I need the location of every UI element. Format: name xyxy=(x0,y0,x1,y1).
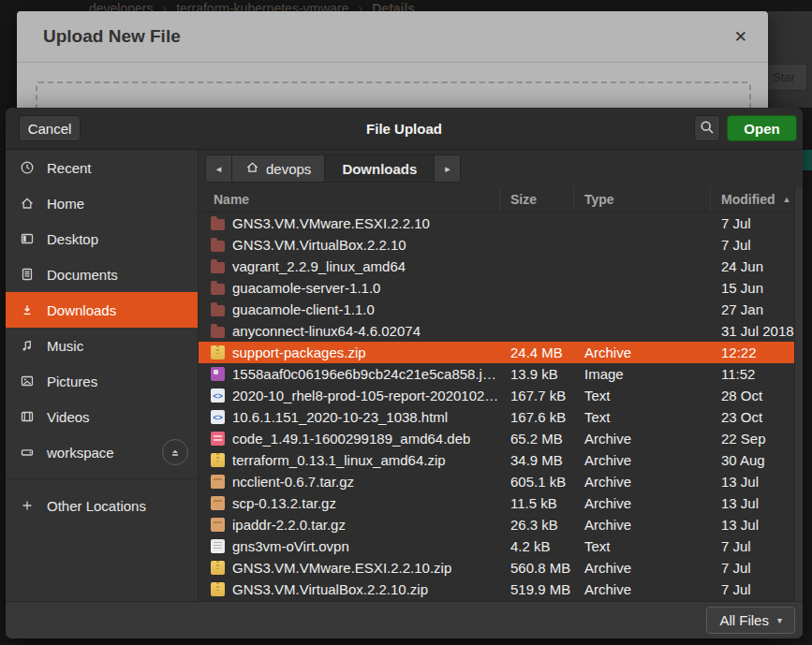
tar-file-icon xyxy=(211,518,225,532)
upload-dialog-titlebar: Upload New File ✕ xyxy=(17,11,768,63)
file-modified: 27 Jan xyxy=(711,301,803,317)
file-name: 1558aaf0c06196e6b9cb24c21e5ca858.jpeg xyxy=(232,366,500,382)
file-row[interactable]: GNS3.VM.VMware.ESXI.2.2.107 Jul xyxy=(199,213,803,234)
sidebar-item-label: Recent xyxy=(47,160,92,176)
path-segment-home[interactable]: devops xyxy=(232,155,325,182)
column-header-size[interactable]: Size xyxy=(500,187,574,212)
chooser-headerbar: Cancel File Upload Open xyxy=(6,108,803,150)
zip-file-icon xyxy=(211,345,225,359)
sidebar-item-label: Downloads xyxy=(47,302,116,318)
file-type: Image xyxy=(574,366,711,382)
file-size: 560.8 MB xyxy=(500,560,574,576)
file-type: Archive xyxy=(574,581,711,597)
file-row[interactable]: 1558aaf0c06196e6b9cb24c21e5ca858.jpeg13.… xyxy=(199,363,803,385)
path-back-button[interactable]: ◂ xyxy=(206,155,232,182)
background-page-fragment: Star xyxy=(768,11,812,108)
sidebar-item-documents[interactable]: Documents xyxy=(6,257,198,292)
sort-arrow-icon: ▲ xyxy=(783,195,791,204)
folder-file-icon xyxy=(211,305,225,316)
file-size: 605.1 kB xyxy=(500,474,574,490)
sidebar-item-desktop[interactable]: Desktop xyxy=(6,221,198,257)
sidebar-item-label: Other Locations xyxy=(47,498,146,514)
path-segment-current[interactable]: Downloads xyxy=(325,155,434,182)
document-icon xyxy=(20,267,35,282)
column-header-type[interactable]: Type xyxy=(574,187,711,212)
file-row[interactable]: code_1.49.1-1600299189_amd64.deb65.2 MBA… xyxy=(199,428,803,449)
pathbar: ◂ devops Downloads ▸ xyxy=(205,154,461,183)
deb-file-icon xyxy=(211,432,225,446)
sidebar-item-downloads[interactable]: Downloads xyxy=(6,292,198,328)
open-button[interactable]: Open xyxy=(727,115,797,141)
file-row[interactable]: guacamole-client-1.1.027 Jan xyxy=(199,299,803,320)
places-sidebar: RecentHomeDesktopDocumentsDownloadsMusic… xyxy=(6,150,199,601)
file-list: GNS3.VM.VMware.ESXI.2.2.107 JulGNS3.VM.V… xyxy=(199,213,803,601)
chevron-down-icon: ▾ xyxy=(777,615,782,625)
file-row[interactable]: support-packages.zip24.4 MBArchive12:22 xyxy=(199,342,803,363)
file-modified: 13 Jul xyxy=(711,517,803,533)
file-type: Archive xyxy=(574,344,711,360)
scrollbar[interactable] xyxy=(794,187,803,601)
file-name: vagrant_2.2.9_linux_amd64 xyxy=(232,258,406,274)
column-header-modified[interactable]: Modified ▲ xyxy=(711,187,803,212)
file-filter-dropdown[interactable]: All Files ▾ xyxy=(706,607,795,634)
file-modified: 7 Jul xyxy=(711,560,803,576)
file-size: 167.7 kB xyxy=(500,388,574,403)
file-row[interactable]: vagrant_2.2.9_linux_amd6424 Jun xyxy=(199,256,803,277)
sidebar-item-label: Home xyxy=(47,196,84,212)
tar-file-icon xyxy=(211,496,225,510)
file-modified: 12:22 xyxy=(711,344,803,360)
file-row[interactable]: ncclient-0.6.7.tar.gz605.1 kBArchive13 J… xyxy=(199,471,803,492)
zip-file-icon xyxy=(211,561,225,575)
file-row[interactable]: GNS3.VM.VirtualBox.2.2.10.zip519.9 MBArc… xyxy=(199,579,803,600)
path-forward-button[interactable]: ▸ xyxy=(434,155,460,182)
sidebar-item-other-locations[interactable]: Other Locations xyxy=(6,488,198,523)
zip-file-icon xyxy=(211,582,225,596)
html-file-icon: <> xyxy=(211,388,225,403)
zip-file-icon xyxy=(211,453,225,467)
file-row[interactable]: ipaddr-2.2.0.tar.gz26.3 kBArchive13 Jul xyxy=(199,514,803,535)
file-row[interactable]: GNS3.VM.VMware.ESXI.2.2.10.zip560.8 MBAr… xyxy=(199,557,803,579)
file-name: terraform_0.13.1_linux_amd64.zip xyxy=(232,452,446,468)
file-row[interactable]: GNS3.VM.VirtualBox.2.2.107 Jul xyxy=(199,234,803,256)
sidebar-item-label: Videos xyxy=(47,409,90,425)
sidebar-item-label: Music xyxy=(47,338,83,354)
eject-button[interactable] xyxy=(162,439,188,465)
file-browser-main: ◂ devops Downloads ▸ xyxy=(199,150,803,601)
plus-icon xyxy=(20,498,35,513)
column-header-name[interactable]: Name xyxy=(199,187,500,212)
file-type: Archive xyxy=(574,474,711,490)
filter-label: All Files xyxy=(719,612,769,628)
sidebar-item-home[interactable]: Home xyxy=(6,185,198,221)
file-name: scp-0.13.2.tar.gz xyxy=(232,495,336,511)
file-name: 2020-10_rhel8-prod-105-report-20201028..… xyxy=(232,388,500,403)
file-row[interactable]: anyconnect-linux64-4.6.0207431 Jul 2018 xyxy=(199,320,803,342)
file-row[interactable]: gns3vm-oVirt.ovpn4.2 kBText7 Jul xyxy=(199,535,803,557)
file-row[interactable]: <>2020-10_rhel8-prod-105-report-20201028… xyxy=(199,385,803,406)
file-row[interactable]: terraform_0.13.1_linux_amd64.zip34.9 MBA… xyxy=(199,449,803,471)
close-icon[interactable]: ✕ xyxy=(734,29,747,45)
sidebar-item-videos[interactable]: Videos xyxy=(6,399,198,434)
file-size: 4.2 kB xyxy=(500,538,574,554)
chooser-title: File Upload xyxy=(6,121,803,137)
file-modified: 30 Aug xyxy=(711,452,803,468)
search-button[interactable] xyxy=(694,115,720,141)
video-icon xyxy=(20,409,35,424)
cancel-button[interactable]: Cancel xyxy=(19,115,81,141)
file-type: Archive xyxy=(574,495,711,511)
sidebar-item-pictures[interactable]: Pictures xyxy=(6,363,198,399)
file-row[interactable]: guacamole-server-1.1.015 Jun xyxy=(199,277,803,299)
home-icon xyxy=(245,160,259,177)
folder-file-icon xyxy=(211,284,225,295)
desktop-icon xyxy=(20,231,35,246)
home-icon xyxy=(20,196,35,211)
file-row[interactable]: scp-0.13.2.tar.gz11.5 kBArchive13 Jul xyxy=(199,492,803,514)
file-modified: 7 Jul xyxy=(711,237,803,253)
clock-icon xyxy=(20,160,35,175)
file-row[interactable]: <>10.6.1.151_2020-10-23_1038.html167.6 k… xyxy=(199,406,803,428)
sidebar-item-recent[interactable]: Recent xyxy=(6,150,198,185)
sidebar-item-music[interactable]: Music xyxy=(6,328,198,363)
tar-file-icon xyxy=(211,475,225,489)
sidebar-item-workspace[interactable]: workspace xyxy=(6,434,198,470)
chevron-right-icon: ▸ xyxy=(445,163,450,175)
file-name: gns3vm-oVirt.ovpn xyxy=(232,538,349,554)
